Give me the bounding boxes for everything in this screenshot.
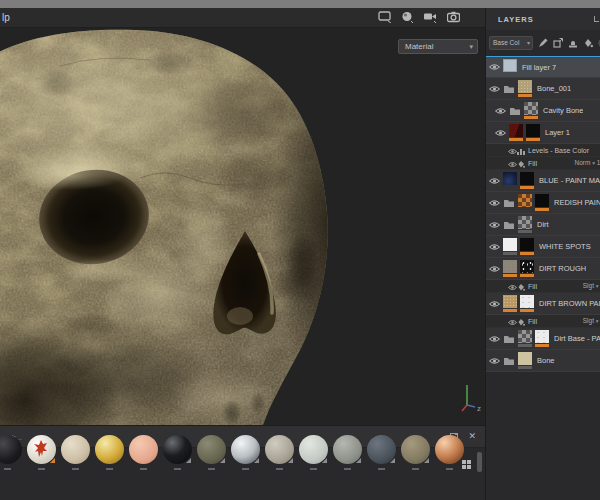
material-swatch-steel[interactable] <box>231 435 260 464</box>
panel-menu-icon[interactable] <box>594 16 599 22</box>
visibility-eye-icon[interactable] <box>489 221 503 229</box>
folder-icon[interactable] <box>503 198 515 208</box>
swatch-label <box>174 468 181 470</box>
layer-row[interactable]: Cavity Bone <box>486 100 600 122</box>
layer-thumbnail[interactable] <box>524 102 538 115</box>
folder-icon[interactable] <box>503 84 515 94</box>
display-mode-icon[interactable] <box>378 11 392 23</box>
swatch-label <box>4 468 11 470</box>
folder-icon[interactable] <box>503 220 515 230</box>
swatch-label <box>310 468 317 470</box>
swatch-label <box>378 468 385 470</box>
layer-row[interactable]: Dirt Base - PAIN... <box>486 328 600 350</box>
layer-mask-thumbnail[interactable] <box>535 330 549 343</box>
layer-thumbnail[interactable] <box>518 194 532 207</box>
blend-mode[interactable]: Slgt ▾ 6 <box>583 317 600 324</box>
visibility-eye-icon[interactable] <box>489 63 503 71</box>
layer-row[interactable]: WHITE SPOTS <box>486 236 600 258</box>
layer-name: Cavity Bone <box>543 106 583 115</box>
material-swatch-fallen-leaf[interactable] <box>27 435 56 464</box>
material-swatch-skin[interactable] <box>129 435 158 464</box>
visibility-eye-icon[interactable] <box>489 243 503 251</box>
layer-thumbnail[interactable] <box>503 238 517 251</box>
swatch-label <box>72 468 79 470</box>
visibility-eye-icon[interactable] <box>489 199 503 207</box>
layer-row[interactable]: Fill layer 7 <box>486 56 600 78</box>
layer-mask-thumbnail[interactable] <box>520 260 534 273</box>
layer-thumbnail[interactable] <box>503 172 517 185</box>
material-swatch-olive[interactable] <box>197 435 226 464</box>
layer-row[interactable]: BLUE - PAINT MASK <box>486 170 600 192</box>
effect-row[interactable]: Fill Slgt ▾ 6 <box>486 280 600 293</box>
layer-thumbnail[interactable] <box>518 216 532 229</box>
layer-row[interactable]: REDISH PAINT M... <box>486 192 600 214</box>
visibility-eye-icon[interactable] <box>489 85 503 93</box>
layer-row[interactable]: Bone_001 <box>486 78 600 100</box>
material-swatch-concrete[interactable] <box>333 435 362 464</box>
visibility-eye-icon[interactable] <box>489 265 503 273</box>
layer-row[interactable]: Dirt <box>486 214 600 236</box>
layer-row[interactable]: Bone <box>486 350 600 372</box>
folder-icon[interactable] <box>503 334 515 344</box>
material-swatch-gold[interactable] <box>95 435 124 464</box>
material-swatch-slate[interactable] <box>367 435 396 464</box>
visibility-eye-icon[interactable] <box>495 107 509 115</box>
swatch-label <box>412 468 419 470</box>
effect-row[interactable]: Fill Slgt ▾ 6 <box>486 315 600 328</box>
layer-mask-thumbnail[interactable] <box>520 295 534 308</box>
shading-mode-label: Material <box>405 42 433 51</box>
visibility-eye-icon[interactable] <box>489 177 503 185</box>
material-swatch-black-rubber[interactable] <box>0 435 22 464</box>
layer-thumbnail[interactable] <box>518 330 532 343</box>
stamp-icon[interactable] <box>568 38 578 48</box>
folder-icon[interactable] <box>503 356 515 366</box>
layer-thumbnail[interactable] <box>503 59 517 72</box>
layer-thumbnail[interactable] <box>503 260 517 273</box>
camera-video-icon[interactable] <box>423 11 438 23</box>
layer-thumbnail[interactable] <box>509 124 523 137</box>
shelf-scrollbar[interactable] <box>477 452 482 472</box>
layer-mask-thumbnail[interactable] <box>520 172 534 185</box>
camera-icon[interactable] <box>447 11 460 23</box>
effect-row[interactable]: Fill Norm ▾ 10 <box>486 157 600 170</box>
3d-viewport[interactable]: Material ▾ z <box>0 28 485 425</box>
layer-mask-thumbnail[interactable] <box>535 194 549 207</box>
close-icon[interactable]: ✕ <box>468 430 476 442</box>
material-swatch-bone[interactable] <box>61 435 90 464</box>
layer-thumbnail[interactable] <box>518 352 532 365</box>
axis-gizmo[interactable]: z <box>458 381 484 415</box>
layer-row[interactable]: Layer 1 <box>486 122 600 144</box>
visibility-eye-icon[interactable] <box>489 357 503 365</box>
material-swatch-copper[interactable] <box>435 435 464 464</box>
visibility-eye-icon[interactable] <box>489 300 503 308</box>
visibility-eye-icon[interactable] <box>495 129 509 137</box>
fill-bucket-icon[interactable] <box>583 38 593 48</box>
blend-mode[interactable]: Slgt ▾ 6 <box>583 282 600 289</box>
layer-row[interactable]: DIRT ROUGH <box>486 258 600 280</box>
material-swatch-carbon[interactable] <box>163 435 192 464</box>
effect-name: Fill <box>528 160 537 167</box>
effect-row[interactable]: Levels - Base Color <box>486 144 600 157</box>
skull-3d-model[interactable] <box>0 28 485 425</box>
material-swatch-khaki[interactable] <box>401 435 430 464</box>
grid-view-icon[interactable] <box>462 460 471 469</box>
menu-item-help-cut[interactable]: lp <box>2 12 10 23</box>
shading-mode-dropdown[interactable]: Material ▾ <box>398 39 478 54</box>
folder-icon[interactable] <box>509 106 521 116</box>
blend-mode[interactable]: Norm ▾ 10 <box>574 159 600 166</box>
material-swatch-stone[interactable] <box>265 435 294 464</box>
visibility-eye-icon[interactable] <box>489 335 503 343</box>
layer-name: Bone_001 <box>537 84 571 93</box>
layer-row[interactable]: DIRT BROWN PAINT ... <box>486 293 600 315</box>
layer-name: Bone <box>537 356 555 365</box>
layer-name: Fill layer 7 <box>522 63 556 72</box>
material-sphere-icon[interactable] <box>401 11 414 23</box>
material-swatch-plaster[interactable] <box>299 435 328 464</box>
layer-mask-thumbnail[interactable] <box>526 124 540 137</box>
channel-filter-dropdown[interactable]: Base Col▾ <box>489 36 533 50</box>
layer-thumbnail[interactable] <box>503 295 517 308</box>
layer-thumbnail[interactable] <box>518 80 532 93</box>
transform-icon[interactable] <box>553 38 563 48</box>
stylus-icon[interactable] <box>538 38 548 48</box>
layer-mask-thumbnail[interactable] <box>520 238 534 251</box>
